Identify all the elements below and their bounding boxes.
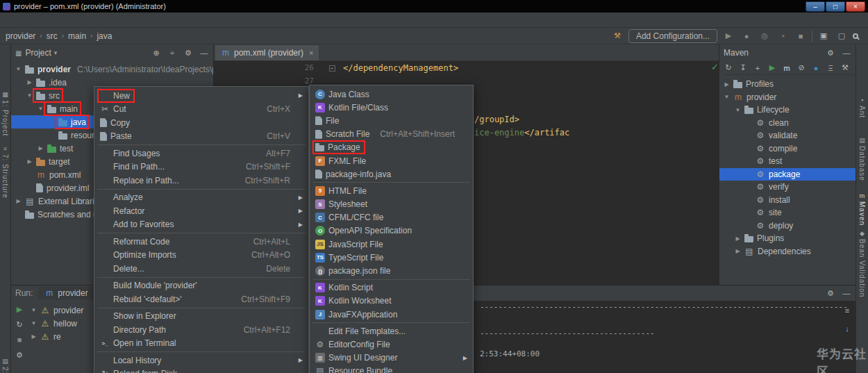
maven-tree-item[interactable]: ▶ Profiles [719,78,856,91]
menu-bar-item[interactable] [111,19,121,22]
rerun-icon[interactable]: ▶ [14,304,25,315]
menu-bar-item[interactable] [62,19,72,22]
tool-maven-icon[interactable]: m Maven [856,193,868,226]
context-menu-item[interactable]: Build Module 'provider' [94,279,308,293]
breadcrumb-item[interactable]: java› [97,31,112,41]
menu-bar-item[interactable] [72,19,82,22]
context-menu-item[interactable]: ↻Reload from Disk [94,367,308,373]
maven-settings-icon[interactable]: ⚒ [840,63,850,74]
skip-tests-icon[interactable]: ⊘ [796,63,806,74]
context-menu-item[interactable]: Find Usages Alt+F7 [94,147,308,160]
reimport-icon[interactable]: ↻ [724,63,733,74]
expand-arrow-icon[interactable]: ▶ [36,145,45,151]
maven-tree-item[interactable]: ⚙compile [719,142,856,156]
context-menu-item[interactable]: Directory Path Ctrl+Alt+F12 [94,323,308,337]
expand-arrow-icon[interactable]: ▶ [733,235,742,242]
menu-bar-item[interactable] [43,19,53,22]
context-menu-item[interactable]: Paste Ctrl+V [94,130,308,144]
submenu-item[interactable]: {}package.json file [310,264,473,277]
stop-icon[interactable]: ■ [795,31,806,42]
submenu-item[interactable]: JSJavaScript File [310,238,473,251]
run-configuration-tab[interactable]: m provider [38,287,94,299]
close-button[interactable]: × [846,1,865,12]
chevron-down-icon[interactable]: ▾ [54,49,58,56]
submenu-item[interactable]: ⚙EditorConfig File [310,338,473,351]
fold-marker-icon[interactable]: − [329,65,335,72]
code-fragment[interactable]: ice-engine</artifac [474,128,569,138]
code-fragment[interactable]: /groupId> [474,115,519,124]
menu-bar-item[interactable] [4,19,14,22]
project-tree-item[interactable]: ▼ providerC:\Users\Administrator\IdeaPro… [11,63,213,76]
breadcrumb-item[interactable]: main› [68,31,97,41]
stop-icon[interactable]: ■ [14,334,25,345]
expand-arrow-icon[interactable]: ▼ [14,66,23,72]
maven-tree-item[interactable]: ⚙deploy [719,219,856,233]
submenu-item[interactable]: KKotlin Worksheet [310,295,473,308]
code-line[interactable]: </dependencyManagement> [343,63,458,73]
add-configuration-button[interactable]: Add Configuration... [628,29,717,43]
close-tab-icon[interactable]: × [309,49,313,57]
context-menu-item[interactable]: Find in Path... Ctrl+Shift+F [94,160,308,174]
submenu-item[interactable]: Edit File Templates... [310,324,473,338]
maven-tree-item[interactable]: ▼ Lifecycle [719,103,856,117]
maximize-button[interactable]: □ [826,1,845,12]
maven-tree-item[interactable]: ⚙validate [719,129,856,142]
menu-bar-item[interactable] [14,19,24,22]
expand-arrow-icon[interactable]: ▶ [733,248,742,254]
submenu-item[interactable]: File [310,114,473,127]
settings-icon[interactable]: ⚙ [183,48,193,58]
collapse-all-icon[interactable]: Ξ [826,63,835,74]
expand-arrow-icon[interactable]: ▼ [733,107,742,113]
tool-bean-validation-icon[interactable]: ◆ Bean Validation [856,231,868,297]
editor-tab-pom[interactable]: m pom.xml (provider) × [215,45,319,60]
restore-layout-icon[interactable]: ▢ [836,31,847,42]
submenu-item[interactable]: KKotlin Script [310,281,473,295]
submenu-item[interactable]: Scratch File Ctrl+Alt+Shift+Insert [310,128,473,141]
context-menu-item[interactable]: Local History ▶ [94,354,308,367]
locate-icon[interactable]: ⊕ [151,48,161,58]
tool-ant-icon[interactable]: ▪ Ant [856,97,868,118]
submenu-item[interactable]: OOpenAPI Specification [310,224,473,238]
submenu-item[interactable]: JJavaFXApplication [310,308,473,321]
tool-database-icon[interactable]: ▤ Database [856,138,868,181]
context-menu-item[interactable]: Show in Explorer [94,310,308,324]
submenu-item[interactable]: TSTypeScript File [310,251,473,264]
menu-bar-item[interactable] [82,19,92,22]
menu-bar-item[interactable] [24,19,33,22]
submenu-item[interactable]: package-info.java [310,167,473,181]
rerun-failed-icon[interactable]: ↻ [14,319,25,330]
context-menu-item[interactable]: Copy [94,116,308,130]
context-menu-item[interactable]: Refactor ▶ [94,204,308,218]
maven-tree-item[interactable]: ▶ ▤Dependencies [719,245,856,258]
tool-favorites-icon[interactable]: ▤ 2: Favorites [0,358,10,373]
context-menu-item[interactable]: Reformat Code Ctrl+Alt+L [94,235,308,249]
expand-arrow-icon[interactable]: ▼ [36,106,45,112]
maven-tree-item[interactable]: ⚙site [719,206,856,219]
scroll-to-end-icon[interactable]: ↓ [842,323,853,334]
submenu-item[interactable]: SStylesheet [310,198,473,211]
context-menu-item[interactable]: Add to Favorites ▶ [94,218,308,232]
maven-tree-item[interactable]: ⚙install [719,194,856,207]
settings-icon[interactable]: ⚙ [826,288,835,298]
add-icon[interactable]: + [753,63,762,74]
expand-arrow-icon[interactable]: ▶ [722,81,731,88]
settings-icon[interactable]: ⚙ [826,48,835,58]
menu-bar-item[interactable] [92,19,101,22]
project-panel-title[interactable]: Project [25,48,51,58]
expand-arrow-icon[interactable]: ▼ [29,320,38,326]
context-menu-item[interactable]: New ▶ [94,89,308,103]
hide-icon[interactable]: — [199,48,209,58]
submenu-item[interactable]: CCFML/CFC file [310,211,473,224]
run-icon[interactable]: ▶ [767,63,777,74]
maven-tree-item[interactable]: ⚙verify [719,181,856,194]
menu-bar-item[interactable] [101,19,111,22]
context-menu-item[interactable]: Replace in Path... Ctrl+Shift+R [94,174,308,188]
context-menu-item[interactable]: Analyze ▶ [94,191,308,205]
context-menu-item[interactable]: >_Open in Terminal [94,337,308,351]
minimize-button[interactable]: – [806,1,825,12]
context-menu-item[interactable]: Rebuild '<default>' Ctrl+Shift+F9 [94,292,308,306]
context-menu-item[interactable]: Optimize Imports Ctrl+Alt+O [94,249,308,263]
hide-icon[interactable]: — [842,48,851,58]
collapse-all-icon[interactable]: ÷ [167,48,177,58]
expand-arrow-icon[interactable]: ▶ [14,198,23,204]
